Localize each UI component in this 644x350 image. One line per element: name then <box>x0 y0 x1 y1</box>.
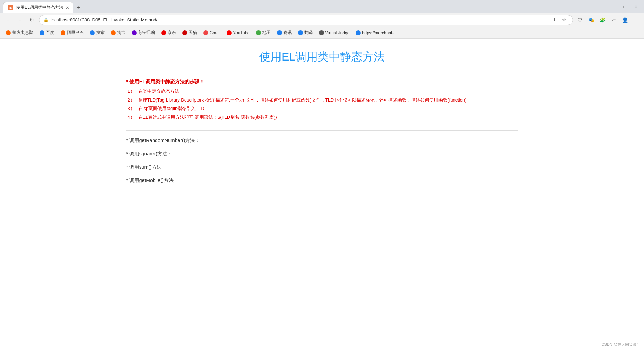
titlebar: E 使用EL调用类中静态方法 × + ─ □ × <box>0 0 644 13</box>
address-actions: ⬆ ☆ <box>550 16 568 24</box>
profile-icon[interactable]: 👤 <box>620 15 630 25</box>
forward-button[interactable]: → <box>15 15 25 25</box>
browser-window: E 使用EL调用类中静态方法 × + ─ □ × ← → ↻ 🔒 localho… <box>0 0 644 350</box>
page-title: 使用EL调用类中静态方法 <box>126 49 518 65</box>
step-item: 2）创建TLD(Tag Library Descriptor标记库描述符,一个x… <box>128 96 518 105</box>
method-item: * 调用getRandomNumber()方法： <box>126 138 518 144</box>
extensions-puzzle-icon[interactable]: 🧩 <box>597 15 607 25</box>
bookmark-item[interactable]: 资讯 <box>274 28 295 37</box>
restore-button[interactable]: □ <box>620 2 630 12</box>
bookmark-item[interactable]: 天猫 <box>179 28 200 37</box>
active-tab[interactable]: E 使用EL调用类中静态方法 × <box>3 2 73 13</box>
step-number: 1） <box>128 87 136 96</box>
bookmark-favicon <box>277 30 282 35</box>
window-controls: ─ □ × <box>609 2 641 12</box>
extensions-icon[interactable]: 🎭 <box>586 15 596 25</box>
bookmark-favicon <box>90 30 95 35</box>
method-item: * 调用getMobile()方法： <box>126 177 518 184</box>
bookmark-item[interactable]: 地图 <box>253 28 274 37</box>
methods-section: * 调用getRandomNumber()方法：* 调用square()方法：*… <box>126 138 518 184</box>
tab-title: 使用EL调用类中静态方法 <box>16 5 63 10</box>
bookmark-label: 阿里巴巴 <box>67 30 84 36</box>
bookmark-favicon <box>319 30 324 35</box>
address-url: localhost:8081/C08_D05_EL_Invoke_Static_… <box>51 17 548 22</box>
steps-title: * 使用EL调用类中静态方法的步骤： <box>126 79 518 85</box>
tab-bar: E 使用EL调用类中静态方法 × + <box>3 0 607 13</box>
step-text: 创建TLD(Tag Library Descriptor标记库描述符,一个xml… <box>138 96 467 105</box>
bookmark-item[interactable]: 萤火虫惠聚 <box>3 28 36 37</box>
page-inner: 使用EL调用类中静态方法 * 使用EL调用类中静态方法的步骤： 1）在类中定义静… <box>112 39 532 212</box>
tab-close-button[interactable]: × <box>66 5 69 10</box>
step-text: 在类中定义静态方法 <box>138 87 179 96</box>
step-text: 在EL表达式中调用方法即可,调用语法：${TLD别名:函数名(参数列表)} <box>138 113 277 122</box>
bookmark-label: 萤火虫惠聚 <box>12 30 33 36</box>
tab-favicon: E <box>8 5 13 10</box>
step-item: 1）在类中定义静态方法 <box>128 87 518 96</box>
bookmark-star-icon[interactable]: ☆ <box>560 16 568 24</box>
bookmark-label: 淘宝 <box>117 30 126 36</box>
bookmark-favicon <box>132 30 137 35</box>
bookmarks-bar: 萤火虫惠聚百度阿里巴巴搜索淘宝苏宁易购京东天猫GmailYouTube地图资讯翻… <box>0 27 644 39</box>
bookmark-label: Gmail <box>210 30 220 35</box>
bookmark-label: YouTube <box>233 30 249 35</box>
bookmark-label: 苏宁易购 <box>138 30 155 36</box>
bookmark-item[interactable]: YouTube <box>224 29 252 37</box>
share-icon[interactable]: ⬆ <box>550 16 559 24</box>
bookmark-item[interactable]: 阿里巴巴 <box>58 28 86 37</box>
bookmark-item[interactable]: 苏宁易购 <box>129 28 158 37</box>
bookmark-item[interactable]: 京东 <box>158 28 179 37</box>
bookmark-item[interactable]: 淘宝 <box>108 28 128 37</box>
page-content: 使用EL调用类中静态方法 * 使用EL调用类中静态方法的步骤： 1）在类中定义静… <box>0 39 644 350</box>
bookmark-item[interactable]: 搜索 <box>87 28 107 37</box>
bookmark-favicon <box>356 30 361 35</box>
bookmark-favicon <box>111 30 116 35</box>
divider <box>126 130 518 131</box>
bookmark-favicon <box>182 30 187 35</box>
method-item: * 调用square()方法： <box>126 151 518 157</box>
bookmark-label: 京东 <box>168 30 176 36</box>
bookmark-item[interactable]: 百度 <box>37 28 57 37</box>
bookmark-favicon <box>203 30 208 35</box>
browser-actions: 🛡 🎭 🧩 ▱ 👤 ⋮ <box>575 15 641 25</box>
bookmark-favicon <box>161 30 166 35</box>
footer: CSDN @在人间负债^ <box>601 342 638 347</box>
close-button[interactable]: × <box>631 2 641 12</box>
new-tab-button[interactable]: + <box>73 3 83 13</box>
step-number: 3） <box>128 104 136 113</box>
bookmark-label: 地图 <box>262 30 271 36</box>
bookmark-favicon <box>256 30 261 35</box>
menu-icon[interactable]: ⋮ <box>631 15 641 25</box>
step-number: 2） <box>128 96 136 105</box>
refresh-button[interactable]: ↻ <box>27 15 37 25</box>
bookmark-label: 搜索 <box>96 30 105 36</box>
bookmark-label: 百度 <box>46 30 54 36</box>
bookmark-label: 天猫 <box>189 30 197 36</box>
minimize-button[interactable]: ─ <box>609 2 618 12</box>
bookmark-label: 翻译 <box>304 30 313 36</box>
bookmark-label: https://merchant-... <box>362 30 397 35</box>
bookmark-favicon <box>298 30 303 35</box>
bookmark-label: 资讯 <box>283 30 292 36</box>
bookmark-item[interactable]: Virtual Judge <box>316 29 353 37</box>
bookmark-item[interactable]: Gmail <box>200 29 223 37</box>
address-bar[interactable]: 🔒 localhost:8081/C08_D05_EL_Invoke_Stati… <box>39 15 573 25</box>
method-item: * 调用sum()方法： <box>126 164 518 170</box>
bookmark-favicon <box>6 30 11 35</box>
bookmark-item[interactable]: 翻译 <box>295 28 316 37</box>
footer-text: CSDN @在人间负债^ <box>601 342 638 346</box>
step-item: 3）在jsp页面使用taglib指令引入TLD <box>128 104 518 113</box>
lock-icon: 🔒 <box>43 18 49 22</box>
sidebar-icon[interactable]: ▱ <box>609 15 618 25</box>
shield-icon[interactable]: 🛡 <box>575 15 585 25</box>
bookmark-favicon <box>40 30 44 35</box>
steps-list: 1）在类中定义静态方法2）创建TLD(Tag Library Descripto… <box>128 87 518 122</box>
navbar: ← → ↻ 🔒 localhost:8081/C08_D05_EL_Invoke… <box>0 13 644 27</box>
step-item: 4）在EL表达式中调用方法即可,调用语法：${TLD别名:函数名(参数列表)} <box>128 113 518 122</box>
step-text: 在jsp页面使用taglib指令引入TLD <box>138 104 204 113</box>
bookmark-favicon <box>61 30 65 35</box>
bookmark-favicon <box>227 30 232 35</box>
steps-section: * 使用EL调用类中静态方法的步骤： 1）在类中定义静态方法2）创建TLD(Ta… <box>126 79 518 122</box>
bookmark-item[interactable]: https://merchant-... <box>353 29 400 37</box>
step-number: 4） <box>128 113 136 122</box>
back-button[interactable]: ← <box>3 15 13 25</box>
